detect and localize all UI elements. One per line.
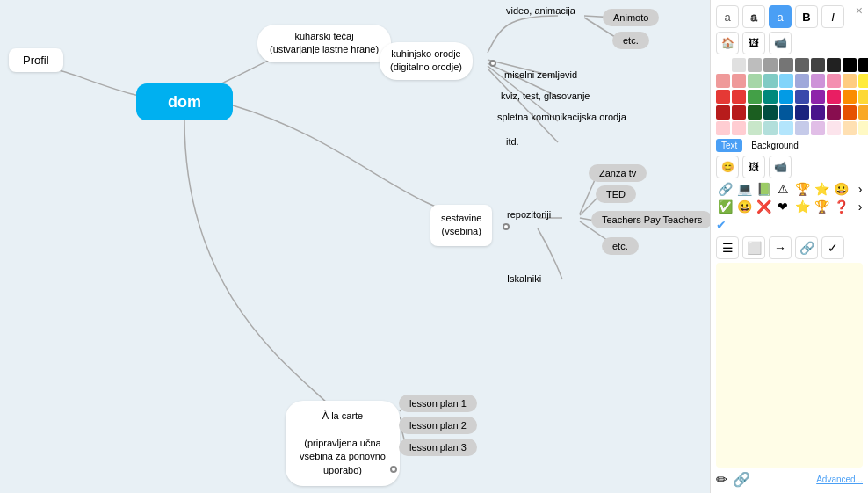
color-swatch[interactable] <box>827 74 841 88</box>
video-icon[interactable]: 📹 <box>769 32 792 54</box>
edit-icon[interactable]: ✏ <box>716 471 727 488</box>
color-swatch[interactable] <box>843 58 857 72</box>
color-swatch[interactable] <box>779 58 793 72</box>
color-swatch[interactable] <box>795 105 809 120</box>
color-swatch[interactable] <box>795 90 809 104</box>
video2-icon[interactable]: 📹 <box>769 156 792 178</box>
color-swatch[interactable] <box>748 105 762 120</box>
image-icon[interactable]: 🖼 <box>742 32 765 54</box>
emoji-book[interactable]: 📗 <box>755 182 772 196</box>
node-animoto[interactable]: Animoto <box>603 9 659 26</box>
emoji-smile[interactable]: 😀 <box>832 182 850 196</box>
lines-shape-btn[interactable]: ☰ <box>716 236 739 259</box>
color-swatch[interactable] <box>827 105 841 120</box>
text-normal-btn[interactable]: a <box>716 5 739 28</box>
color-swatch[interactable] <box>843 121 857 135</box>
check-shape-btn[interactable]: ✓ <box>821 236 844 259</box>
tab-text[interactable]: Text <box>716 139 742 152</box>
node-lesson1[interactable]: lesson plan 1 <box>399 395 477 412</box>
color-swatch[interactable] <box>748 58 762 72</box>
color-swatch[interactable] <box>827 90 841 104</box>
color-swatch[interactable] <box>827 58 841 72</box>
color-swatch[interactable] <box>748 90 762 104</box>
link-shape-btn[interactable]: 🔗 <box>795 236 818 259</box>
text-filled-btn[interactable]: a <box>769 5 792 28</box>
node-alacarte[interactable]: À la carte (pripravljena učna vsebina za… <box>286 401 400 486</box>
color-swatch[interactable] <box>716 121 730 135</box>
tab-background[interactable]: Background <box>746 139 803 152</box>
emoji-star[interactable]: ⭐ <box>813 182 830 196</box>
color-swatch[interactable] <box>716 58 730 72</box>
home-icon[interactable]: 🏠 <box>716 32 739 54</box>
color-swatch[interactable] <box>811 74 825 88</box>
color-swatch[interactable] <box>763 121 778 135</box>
close-icon[interactable]: × <box>856 4 863 18</box>
emoji-smile2[interactable]: 😀 <box>735 199 753 214</box>
node-zanza[interactable]: Zanza tv <box>589 164 647 182</box>
emoji-more3[interactable]: › <box>851 199 868 214</box>
color-swatch[interactable] <box>843 74 857 88</box>
color-swatch[interactable] <box>763 58 778 72</box>
emoji-heart[interactable]: ❤ <box>774 199 792 214</box>
color-swatch[interactable] <box>732 74 746 88</box>
color-swatch[interactable] <box>732 121 746 135</box>
color-swatch[interactable] <box>779 90 793 104</box>
node-kuhinjsko[interactable]: kuhinjsko orodje (digitalno orodje) <box>380 42 473 80</box>
color-swatch[interactable] <box>858 90 868 104</box>
advanced-link[interactable]: Advanced... <box>816 475 863 484</box>
node-tpt[interactable]: Teachers Pay Teachers <box>591 211 712 228</box>
color-swatch[interactable] <box>795 58 809 72</box>
emoji-star2[interactable]: ⭐ <box>793 199 811 214</box>
node-profil[interactable]: Profil <box>9 48 63 72</box>
color-swatch[interactable] <box>795 74 809 88</box>
color-swatch[interactable] <box>716 74 730 88</box>
color-swatch[interactable] <box>763 105 778 120</box>
emoji-x[interactable]: ❌ <box>755 199 772 214</box>
color-swatch[interactable] <box>858 74 868 88</box>
node-lesson3[interactable]: lesson plan 3 <box>399 439 477 456</box>
emoji-link[interactable]: 🔗 <box>716 182 734 196</box>
image2-icon[interactable]: 🖼 <box>742 156 765 178</box>
color-swatch[interactable] <box>811 121 825 135</box>
color-swatch[interactable] <box>716 90 730 104</box>
node-sestavine[interactable]: sestavine (vsebina) <box>430 205 492 246</box>
node-etc2[interactable]: etc. <box>602 237 639 255</box>
link-icon[interactable]: 🔗 <box>733 471 750 488</box>
color-swatch[interactable] <box>843 90 857 104</box>
emoji-more2[interactable]: ❓ <box>832 199 850 214</box>
italic-btn[interactable]: I <box>821 5 844 28</box>
bold-btn[interactable]: B <box>795 5 818 28</box>
color-swatch[interactable] <box>732 105 746 120</box>
emoji-check-green[interactable]: ✅ <box>716 199 734 214</box>
emoji-warn[interactable]: ⚠ <box>774 182 792 196</box>
color-swatch[interactable] <box>779 105 793 120</box>
emoji-trophy[interactable]: 🏆 <box>793 182 811 196</box>
color-swatch[interactable] <box>732 58 746 72</box>
node-lesson2[interactable]: lesson plan 2 <box>399 417 477 434</box>
color-swatch[interactable] <box>779 74 793 88</box>
rect-shape-btn[interactable]: ⬜ <box>742 236 765 259</box>
color-swatch[interactable] <box>811 105 825 120</box>
color-swatch[interactable] <box>811 58 825 72</box>
color-swatch[interactable] <box>763 90 778 104</box>
color-swatch[interactable] <box>858 105 868 120</box>
node-ted[interactable]: TED <box>596 185 636 203</box>
color-swatch[interactable] <box>795 121 809 135</box>
node-etc1[interactable]: etc. <box>612 32 649 49</box>
color-swatch[interactable] <box>748 74 762 88</box>
note-textarea[interactable] <box>716 263 863 468</box>
color-swatch[interactable] <box>748 121 762 135</box>
color-swatch[interactable] <box>811 90 825 104</box>
color-swatch[interactable] <box>732 90 746 104</box>
emoji-icon[interactable]: 😊 <box>716 156 739 178</box>
color-swatch[interactable] <box>827 121 841 135</box>
emoji-trophy2[interactable]: 🏆 <box>813 199 830 214</box>
color-swatch[interactable] <box>858 58 868 72</box>
color-swatch[interactable] <box>716 105 730 120</box>
text-outline-btn[interactable]: a <box>742 5 765 28</box>
arrow-shape-btn[interactable]: → <box>769 236 792 259</box>
color-swatch[interactable] <box>843 105 857 120</box>
color-swatch[interactable] <box>779 121 793 135</box>
emoji-device[interactable]: 💻 <box>735 182 753 196</box>
color-swatch[interactable] <box>763 74 778 88</box>
